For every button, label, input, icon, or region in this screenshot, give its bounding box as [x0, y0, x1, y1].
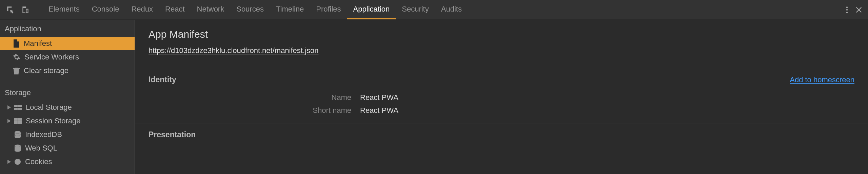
svg-point-6 — [15, 145, 21, 147]
toggle-device-icon[interactable] — [21, 5, 30, 14]
devtools-toolbar: Elements Console Redux React Network Sou… — [0, 0, 868, 20]
page-title: App Manifest — [149, 29, 854, 40]
svg-point-3 — [15, 131, 21, 134]
identity-section-header: Identity Add to homescreen — [135, 68, 868, 91]
svg-point-5 — [15, 134, 21, 136]
tab-sources[interactable]: Sources — [230, 0, 270, 19]
tab-react[interactable]: React — [159, 0, 191, 19]
devtools-tab-strip: Elements Console Redux React Network Sou… — [36, 0, 468, 19]
svg-point-0 — [846, 6, 848, 8]
expand-arrow-icon — [7, 105, 12, 109]
sidebar-item-label: Clear storage — [24, 66, 68, 75]
file-icon — [13, 39, 20, 48]
sidebar-item-clear-storage[interactable]: Clear storage — [0, 64, 135, 77]
sidebar-section-application: Application — [0, 20, 135, 37]
cookie-icon — [14, 158, 21, 165]
sidebar-item-label: Manifest — [24, 39, 52, 48]
application-panel-main: App Manifest https://d103dzdze3hklu.clou… — [135, 20, 868, 174]
tab-application[interactable]: Application — [347, 0, 396, 19]
identity-name-value: React PWA — [360, 93, 398, 102]
tab-elements[interactable]: Elements — [42, 0, 86, 19]
identity-title: Identity — [149, 75, 176, 84]
sidebar-item-service-workers[interactable]: Service Workers — [0, 50, 135, 64]
identity-short-name-value: React PWA — [360, 106, 398, 115]
presentation-section-header: Presentation — [135, 123, 868, 146]
close-icon[interactable] — [855, 6, 863, 14]
tab-redux[interactable]: Redux — [125, 0, 159, 19]
expand-arrow-icon — [7, 119, 12, 123]
sidebar-item-local-storage[interactable]: Local Storage — [0, 101, 135, 114]
identity-name-row: Name React PWA — [135, 91, 868, 104]
tab-timeline[interactable]: Timeline — [270, 0, 310, 19]
gear-icon — [13, 53, 20, 61]
svg-point-2 — [846, 12, 848, 13]
tab-security[interactable]: Security — [396, 0, 435, 19]
tab-console[interactable]: Console — [86, 0, 125, 19]
sidebar-item-label: Session Storage — [26, 117, 80, 125]
identity-short-name-row: Short name React PWA — [135, 104, 868, 123]
sidebar-item-manifest[interactable]: Manifest — [0, 37, 135, 50]
sidebar-item-cookies[interactable]: Cookies — [0, 155, 135, 169]
tab-audits[interactable]: Audits — [435, 0, 468, 19]
manifest-url-link[interactable]: https://d103dzdze3hklu.cloudfront.net/ma… — [149, 46, 318, 55]
tab-network[interactable]: Network — [191, 0, 231, 19]
more-options-icon[interactable] — [846, 5, 848, 14]
sidebar-item-indexeddb[interactable]: IndexedDB — [0, 128, 135, 141]
tab-profiles[interactable]: Profiles — [310, 0, 347, 19]
inspect-element-icon[interactable] — [6, 5, 15, 14]
trash-icon — [13, 67, 20, 74]
sidebar-item-label: Cookies — [25, 157, 52, 166]
identity-short-name-label: Short name — [149, 106, 360, 115]
toolbar-left-controls — [0, 0, 36, 19]
database-icon — [14, 144, 21, 152]
sidebar-item-label: Local Storage — [26, 103, 72, 112]
manifest-header: App Manifest https://d103dzdze3hklu.clou… — [135, 20, 868, 68]
svg-point-1 — [846, 9, 848, 10]
table-icon — [14, 105, 22, 110]
application-sidebar: Application Manifest Service Workers Cle… — [0, 20, 135, 174]
add-to-homescreen-link[interactable]: Add to homescreen — [790, 75, 854, 84]
sidebar-item-label: IndexedDB — [25, 130, 62, 139]
sidebar-item-label: Service Workers — [24, 53, 79, 62]
sidebar-section-storage: Storage — [0, 84, 135, 101]
table-icon — [14, 118, 22, 124]
identity-name-label: Name — [149, 93, 360, 102]
expand-arrow-icon — [7, 160, 12, 164]
toolbar-right-controls — [840, 0, 868, 19]
svg-point-7 — [15, 159, 21, 165]
sidebar-item-web-sql[interactable]: Web SQL — [0, 141, 135, 155]
database-icon — [14, 131, 21, 138]
sidebar-item-label: Web SQL — [25, 144, 57, 153]
presentation-title: Presentation — [149, 130, 196, 139]
sidebar-item-session-storage[interactable]: Session Storage — [0, 114, 135, 128]
